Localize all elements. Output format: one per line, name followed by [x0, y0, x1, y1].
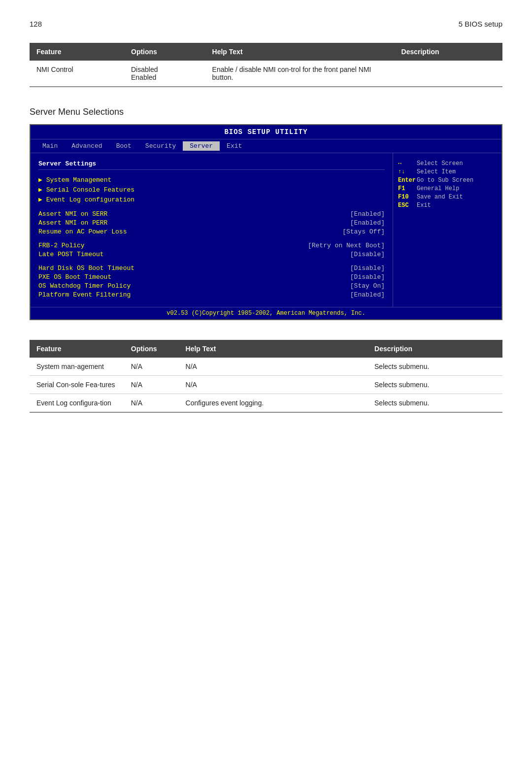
table-cell-description: Selects submenu. — [367, 376, 502, 394]
bios-field-label: Assert NMI on SERR — [38, 210, 107, 218]
bios-field-label: OS Watchdog Timer Policy — [38, 282, 131, 290]
bios-field-value: [Stays Off] — [342, 228, 385, 235]
col2-header-description: Description — [367, 340, 502, 358]
page-header: 128 5 BIOS setup — [30, 20, 502, 28]
table-cell-help_text: N/A — [179, 358, 368, 376]
col-header-helptext: Help Text — [205, 43, 395, 61]
bios-field-value: [Enabled] — [350, 210, 385, 218]
bios-field-value: [Enabled] — [350, 291, 385, 299]
bios-field-label: Resume on AC Power Loss — [38, 228, 127, 235]
bios-sidebar: ↔Select Screen↑↓Select ItemEnterGo to Su… — [393, 153, 501, 307]
table-cell-description: Selects submenu. — [367, 358, 502, 376]
table-row: Event Log configura-tionN/AConfigures ev… — [30, 394, 502, 413]
bios-submenu-item[interactable]: System Management — [38, 176, 385, 184]
table-cell-options: N/A — [124, 358, 179, 376]
bios-key-desc: Select Item — [417, 168, 456, 175]
bios-key-label: Enter — [398, 177, 417, 184]
bios-footer: v02.53 (C)Copyright 1985-2002, American … — [31, 307, 501, 319]
table-cell-options: N/A — [124, 394, 179, 413]
col2-header-options: Options — [124, 340, 179, 358]
table-cell-help_text: Configures event logging. — [179, 394, 368, 413]
bios-section-title: Server Settings — [38, 160, 385, 170]
bios-key-desc: Save and Exit — [417, 194, 463, 200]
bios-key-label: ESC — [398, 202, 417, 209]
bios-field-label: PXE OS Boot Timeout — [38, 273, 111, 281]
bios-field-row: Late POST Timeout[Disable] — [38, 251, 385, 258]
bios-key-label: ↑↓ — [398, 168, 417, 175]
bios-main: Server Settings System ManagementSerial … — [31, 153, 393, 307]
bios-key-row: F1General Help — [398, 185, 497, 192]
bios-key-row: ESCExit — [398, 202, 497, 209]
table-cell-options: Disabled Enabled — [124, 61, 205, 87]
table-cell-feature: NMI Control — [30, 61, 124, 87]
bios-field-value: [Disable] — [350, 265, 385, 272]
bios-key-desc: Go to Sub Screen — [417, 177, 473, 184]
bios-nav: MainAdvancedBootSecurityServerExit — [31, 139, 501, 153]
table-cell-description — [395, 61, 502, 87]
bios-field-row: Assert NMI on PERR[Enabled] — [38, 219, 385, 227]
table-cell-description: Selects submenu. — [367, 394, 502, 413]
col-header-description: Description — [395, 43, 502, 61]
bios-title-bar: BIOS SETUP UTILITY — [31, 125, 501, 139]
bios-nav-item[interactable]: Main — [35, 141, 65, 151]
bios-nav-item[interactable]: Exit — [220, 141, 249, 151]
bios-screen: BIOS SETUP UTILITY MainAdvancedBootSecur… — [30, 124, 502, 320]
bios-nav-item[interactable]: Boot — [109, 141, 138, 151]
table-cell-feature: Event Log configura-tion — [30, 394, 124, 413]
page-number: 128 — [30, 20, 42, 28]
bios-field-row: PXE OS Boot Timeout[Disable] — [38, 273, 385, 281]
table-cell-options: N/A — [124, 376, 179, 394]
section-heading: Server Menu Selections — [30, 107, 502, 117]
table-row: NMI ControlDisabled EnabledEnable / disa… — [30, 61, 502, 87]
bios-field-row: OS Watchdog Timer Policy[Stay On] — [38, 282, 385, 290]
bios-field-value: [Stay On] — [350, 282, 385, 290]
bios-key-desc: Exit — [417, 202, 431, 209]
bios-field-row: Assert NMI on SERR[Enabled] — [38, 210, 385, 218]
col2-header-helptext: Help Text — [179, 340, 368, 358]
table-cell-feature: Serial Con-sole Fea-tures — [30, 376, 124, 394]
bios-key-label: F10 — [398, 194, 417, 200]
bios-field-label: Platform Event Filtering — [38, 291, 131, 299]
table-cell-help_text: Enable / disable NMI con-trol for the fr… — [205, 61, 395, 87]
bios-key-row: EnterGo to Sub Screen — [398, 177, 497, 184]
chapter-title: 5 BIOS setup — [459, 20, 502, 28]
bios-field-label: Late POST Timeout — [38, 251, 104, 258]
bios-key-desc: General Help — [417, 185, 459, 192]
bios-field-row: Hard Disk OS Boot Timeout[Disable] — [38, 265, 385, 272]
bios-field-label: Assert NMI on PERR — [38, 219, 107, 227]
bios-field-value: [Disable] — [350, 251, 385, 258]
bios-field-row: FRB-2 Policy[Retry on Next Boot] — [38, 242, 385, 249]
bios-key-desc: Select Screen — [417, 160, 463, 167]
bios-field-label: FRB-2 Policy — [38, 242, 85, 249]
bios-key-row: F10Save and Exit — [398, 194, 497, 200]
feature-table-2: Feature Options Help Text Description Sy… — [30, 340, 502, 413]
bios-body: Server Settings System ManagementSerial … — [31, 153, 501, 307]
bios-field-row: Platform Event Filtering[Enabled] — [38, 291, 385, 299]
bios-submenu-item[interactable]: Event Log configuration — [38, 196, 385, 203]
col-header-feature: Feature — [30, 43, 124, 61]
col-header-options: Options — [124, 43, 205, 61]
bios-key-label: F1 — [398, 185, 417, 192]
bios-submenu-item[interactable]: Serial Console Features — [38, 186, 385, 194]
bios-key-row: ↑↓Select Item — [398, 168, 497, 175]
table-cell-feature: System man-agement — [30, 358, 124, 376]
table-row: System man-agementN/AN/ASelects submenu. — [30, 358, 502, 376]
col2-header-feature: Feature — [30, 340, 124, 358]
bios-nav-item[interactable]: Advanced — [65, 141, 109, 151]
bios-key-label: ↔ — [398, 160, 417, 167]
bios-field-value: [Disable] — [350, 273, 385, 281]
bios-field-value: [Enabled] — [350, 219, 385, 227]
bios-field-label: Hard Disk OS Boot Timeout — [38, 265, 134, 272]
feature-table-1: Feature Options Help Text Description NM… — [30, 43, 502, 87]
bios-key-row: ↔Select Screen — [398, 160, 497, 167]
bios-field-value: [Retry on Next Boot] — [308, 242, 385, 249]
bios-nav-item[interactable]: Server — [183, 141, 220, 151]
table-row: Serial Con-sole Fea-turesN/AN/ASelects s… — [30, 376, 502, 394]
bios-nav-item[interactable]: Security — [138, 141, 183, 151]
table-cell-help_text: N/A — [179, 376, 368, 394]
bios-field-row: Resume on AC Power Loss[Stays Off] — [38, 228, 385, 235]
